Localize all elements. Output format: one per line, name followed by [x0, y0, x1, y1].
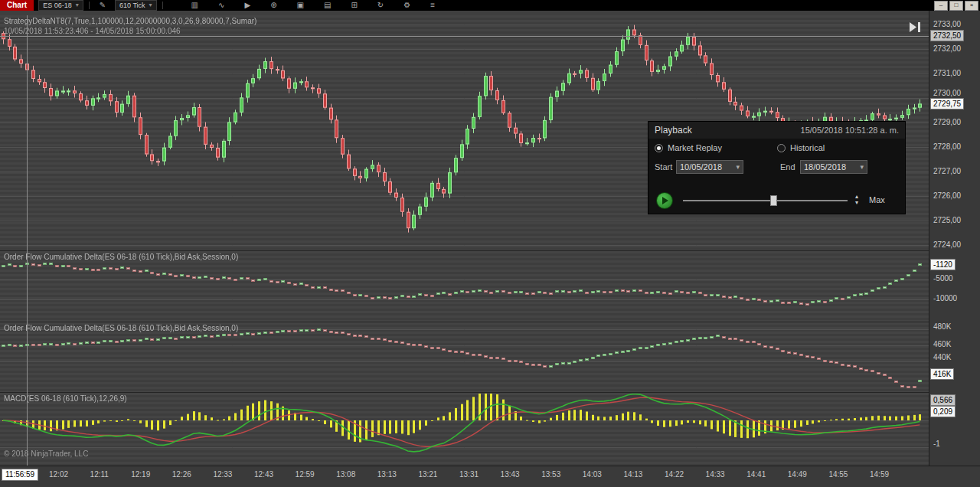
- axis-value-box: -1120: [930, 259, 956, 270]
- playback-controls-row: ▴ ▾ Max: [648, 192, 905, 211]
- price-axis-label: 2728,00: [933, 142, 961, 151]
- chart-style-icon[interactable]: ▥: [191, 1, 198, 10]
- playback-mode-row: Market Replay Historical: [648, 143, 905, 155]
- price-axis[interactable]: 2733,002732,502732,002731,002730,002729,…: [929, 11, 980, 466]
- spinner-down-icon[interactable]: ▾: [855, 200, 858, 206]
- time-axis-label: 13:13: [377, 470, 397, 479]
- price-axis-label: 480K: [933, 322, 951, 331]
- cumulative-delta-2-canvas[interactable]: [0, 323, 929, 392]
- window-controls: –□×: [934, 1, 980, 11]
- settings-icon[interactable]: ⚙: [403, 1, 410, 10]
- cumulative-delta-panel-1: Order Flow Cumulative Delta(ES 06-18 (61…: [0, 250, 929, 322]
- edit-icon[interactable]: ✎: [100, 1, 106, 10]
- playback-dialog-header[interactable]: Playback 15/05/2018 10:51:28 a. m.: [648, 122, 905, 139]
- toolbar-separator: [162, 2, 163, 9]
- time-axis-label: 12:59: [296, 470, 315, 479]
- time-axis-label: 13:21: [418, 470, 437, 479]
- regions-icon[interactable]: ▤: [324, 1, 331, 10]
- start-label: Start: [655, 162, 672, 172]
- indicator-label: Order Flow Cumulative Delta(ES 06-18 (61…: [4, 324, 238, 332]
- cumulative-delta-1-canvas[interactable]: [0, 252, 929, 322]
- slider-thumb[interactable]: [770, 195, 777, 206]
- time-axis[interactable]: 11:56:5912:0212:1112:1912:2612:3312:4312…: [0, 466, 980, 487]
- macd-panel: MACD(ES 06-18 (610 Tick),12,26,9) © 2018…: [0, 392, 929, 466]
- toolbar-separator: [89, 2, 90, 9]
- market-replay-radio[interactable]: Market Replay: [655, 143, 722, 152]
- window-title-badge: Chart: [0, 0, 34, 11]
- time-axis-label: 12:26: [172, 470, 191, 479]
- slider-track: [683, 200, 848, 201]
- price-axis-label: 2731,00: [933, 69, 961, 77]
- axis-value-box: 0,209: [930, 406, 956, 417]
- speed-slider[interactable]: [683, 195, 848, 206]
- close-button[interactable]: ×: [965, 1, 978, 11]
- price-axis-label: 2732,00: [933, 44, 961, 53]
- start-date-value: 10/05/2018: [680, 162, 722, 172]
- time-axis-label: 12:19: [131, 470, 150, 479]
- macd-canvas[interactable]: [0, 394, 929, 466]
- price-axis-label: 460K: [933, 340, 951, 348]
- chevron-down-icon: ▾: [149, 1, 152, 10]
- price-axis-label: -5000: [933, 274, 953, 283]
- playback-dialog: Playback 15/05/2018 10:51:28 a. m. Marke…: [648, 121, 906, 214]
- time-axis-label: 14:33: [706, 470, 725, 479]
- instrument-selector[interactable]: ES 06-18 ▾: [38, 0, 83, 11]
- price-axis-label: 2726,00: [933, 191, 961, 200]
- instrument-value: ES 06-18: [43, 1, 72, 10]
- time-axis-label: 14:03: [583, 470, 602, 479]
- price-axis-label: 440K: [933, 353, 951, 361]
- time-axis-label: 14:49: [788, 470, 807, 479]
- historical-label: Historical: [790, 143, 825, 152]
- time-axis-label: 12:33: [213, 470, 232, 479]
- copyright-label: © 2018 NinjaTrader, LLC: [4, 449, 88, 458]
- price-axis-label: -10000: [933, 294, 957, 302]
- time-axis-label: 12:11: [90, 470, 109, 479]
- play-button[interactable]: [656, 192, 673, 209]
- indicator-label: MACD(ES 06-18 (610 Tick),12,26,9): [4, 394, 127, 403]
- market-replay-label: Market Replay: [668, 143, 722, 152]
- end-date-select[interactable]: 18/05/2018 ▾: [800, 160, 867, 174]
- chevron-down-icon: ▾: [860, 163, 864, 171]
- maximize-button[interactable]: □: [949, 1, 963, 11]
- time-axis-label: 14:55: [828, 470, 848, 479]
- toolbar: Chart ES 06-18 ▾ ✎ 610 Tick ▾ ▥∿▶⊕▣▤⊞↻⚙≡…: [0, 0, 980, 11]
- go-to-end-button[interactable]: [910, 21, 921, 35]
- go-to-end-icon: [910, 22, 921, 32]
- time-axis-label: 12:02: [49, 470, 68, 479]
- radio-unselected-icon: [777, 144, 786, 152]
- axis-value-box: 416K: [930, 368, 954, 380]
- speed-spinner: ▴ ▾: [855, 194, 858, 206]
- list-icon[interactable]: ≡: [430, 1, 435, 10]
- price-axis-label: 2729,00: [933, 118, 961, 126]
- play-icon: [662, 197, 668, 204]
- period-selector[interactable]: 610 Tick ▾: [115, 0, 157, 11]
- start-date-select[interactable]: 10/05/2018 ▾: [676, 160, 743, 174]
- reload-icon[interactable]: ↻: [377, 1, 384, 10]
- speed-max-label: Max: [869, 195, 885, 204]
- snapshot-icon[interactable]: ▣: [297, 1, 304, 10]
- time-axis-label: 13:31: [459, 470, 479, 479]
- price-axis-label: 2730,00: [933, 89, 961, 97]
- chevron-down-icon: ▾: [76, 1, 79, 10]
- crosshair-horizontal-line: [0, 36, 929, 37]
- data-range-label: 10/05/2018 11:53:23.406 - 14/05/2018 15:…: [4, 27, 181, 35]
- time-axis-label: 14:13: [623, 470, 642, 479]
- ninjatrader-chart-window: Chart ES 06-18 ▾ ✎ 610 Tick ▾ ▥∿▶⊕▣▤⊞↻⚙≡…: [0, 0, 980, 487]
- minimize-button[interactable]: –: [934, 1, 948, 11]
- price-axis-label: 2733,00: [933, 20, 961, 28]
- time-axis-label: 13:43: [501, 470, 520, 479]
- zoom-icon[interactable]: ⊕: [270, 1, 276, 10]
- cumulative-delta-panel-2: Order Flow Cumulative Delta(ES 06-18 (61…: [0, 322, 929, 392]
- indicators-icon[interactable]: ∿: [218, 1, 224, 10]
- time-axis-label: 14:59: [870, 470, 889, 479]
- chevron-down-icon: ▾: [736, 163, 740, 171]
- price-axis-label: 2725,00: [933, 216, 961, 224]
- historical-radio[interactable]: Historical: [777, 143, 825, 152]
- strategy-label: StrategyDeltaNT8(7,True,1,100000,12,2000…: [4, 17, 256, 25]
- time-axis-label: 14:41: [746, 470, 766, 479]
- indicator-label: Order Flow Cumulative Delta(ES 06-18 (61…: [4, 253, 238, 261]
- strategies-icon[interactable]: ▶: [244, 1, 250, 10]
- grid-icon[interactable]: ⊞: [351, 1, 357, 10]
- time-axis-label: 12:43: [254, 470, 273, 479]
- crosshair-time-box: 11:56:59: [2, 469, 38, 481]
